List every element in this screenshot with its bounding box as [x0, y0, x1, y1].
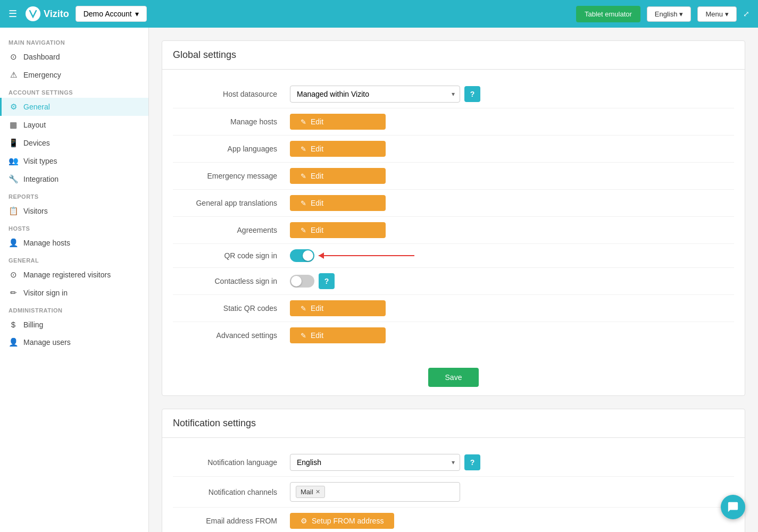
devices-icon: 📱	[9, 138, 18, 148]
mail-tag: Mail ✕	[296, 486, 325, 498]
sidebar-item-label-visitors: Visitors	[23, 207, 48, 215]
sidebar-item-devices[interactable]: 📱Devices	[0, 134, 148, 152]
sidebar-item-general[interactable]: ⚙General	[0, 98, 148, 116]
global-settings-title: Global settings	[162, 41, 745, 70]
form-row-static-qr-codes: Static QR codes✎Edit	[173, 295, 734, 322]
notif-label-email-from: Email address FROM	[173, 517, 290, 525]
form-row-advanced-settings: Advanced settings✎Edit	[173, 322, 734, 349]
global-settings-body: Host datasourceManaged within Vizito▾?Ma…	[162, 70, 745, 359]
label-advanced-settings: Advanced settings	[173, 331, 290, 340]
sidebar-item-billing[interactable]: $Billing	[0, 316, 148, 333]
sidebar-item-manage-hosts[interactable]: 👤Manage hosts	[0, 234, 148, 252]
form-row-manage-hosts: Manage hosts✎Edit	[173, 108, 734, 136]
integration-icon: 🔧	[9, 174, 18, 184]
notif-form-row-email-from: Email address FROM⚙Setup FROM address	[173, 508, 734, 532]
sidebar-item-visitors[interactable]: 📋Visitors	[0, 202, 148, 220]
label-manage-hosts: Manage hosts	[173, 117, 290, 126]
sidebar-item-label-integration: Integration	[23, 175, 59, 183]
manage-users-icon: 👤	[9, 337, 18, 347]
visitor-sign-in-icon: ✏	[9, 288, 18, 298]
sidebar-item-manage-users[interactable]: 👤Manage users	[0, 333, 148, 351]
setup-from-button[interactable]: ⚙Setup FROM address	[290, 513, 394, 529]
demo-account-chevron: ▾	[135, 10, 139, 18]
notification-channels-input[interactable]: Mail ✕	[290, 482, 460, 502]
sidebar-item-label-visit-types: Visit types	[23, 157, 57, 165]
control-emergency-message: ✎Edit	[290, 168, 734, 184]
manage-registered-icon: ⊙	[9, 270, 18, 280]
label-static-qr-codes: Static QR codes	[173, 304, 290, 313]
sidebar-section-hosts: Hosts	[0, 220, 148, 234]
sidebar-item-label-manage-users: Manage users	[23, 338, 71, 347]
form-row-general-app-translations: General app translations✎Edit	[173, 190, 734, 217]
menu-chevron: ▾	[725, 10, 729, 18]
notif-control-notification-language: English▾?	[290, 454, 734, 471]
sidebar-item-label-dashboard: Dashboard	[23, 53, 60, 61]
label-agreements: Agreements	[173, 226, 290, 234]
sidebar-item-integration[interactable]: 🔧Integration	[0, 170, 148, 188]
sidebar-item-layout[interactable]: ▦Layout	[0, 116, 148, 134]
control-advanced-settings: ✎Edit	[290, 327, 734, 343]
topnav: ☰ Vizito Demo Account ▾ Tablet emulator …	[0, 0, 758, 28]
global-save-row: Save	[162, 359, 745, 395]
sidebar-item-dashboard[interactable]: ⊙Dashboard	[0, 48, 148, 66]
notification-settings-title: Notification settings	[162, 409, 745, 438]
global-save-button[interactable]: Save	[428, 368, 479, 387]
control-host-datasource: Managed within Vizito▾?	[290, 86, 734, 103]
notif-form-row-notification-channels: Notification channelsMail ✕	[173, 477, 734, 508]
notif-control-email-from: ⚙Setup FROM address	[290, 513, 734, 529]
label-app-languages: App languages	[173, 145, 290, 153]
mail-tag-close[interactable]: ✕	[315, 488, 320, 495]
sidebar-item-manage-registered[interactable]: ⊙Manage registered visitors	[0, 266, 148, 284]
sidebar-item-label-manage-registered: Manage registered visitors	[23, 271, 111, 279]
layout: Main Navigation⊙Dashboard⚠EmergencyAccou…	[0, 28, 758, 532]
sidebar-item-visitor-sign-in[interactable]: ✏Visitor sign in	[0, 284, 148, 302]
sidebar: Main Navigation⊙Dashboard⚠EmergencyAccou…	[0, 28, 149, 532]
control-general-app-translations: ✎Edit	[290, 195, 734, 211]
sidebar-item-label-billing: Billing	[23, 320, 43, 329]
hamburger-icon[interactable]: ☰	[9, 8, 17, 20]
english-button[interactable]: English ▾	[647, 6, 692, 22]
form-row-contactless-sign-in: Contactless sign in?	[173, 268, 734, 295]
label-general-app-translations: General app translations	[173, 199, 290, 207]
demo-account-label: Demo Account	[84, 10, 132, 18]
select-host-datasource[interactable]: Managed within Vizito	[290, 86, 460, 103]
control-agreements: ✎Edit	[290, 222, 734, 238]
form-row-emergency-message: Emergency message✎Edit	[173, 163, 734, 190]
sidebar-item-label-visitor-sign-in: Visitor sign in	[23, 289, 68, 297]
tablet-emulator-button[interactable]: Tablet emulator	[576, 6, 640, 22]
logo: Vizito	[26, 6, 69, 21]
sidebar-item-label-manage-hosts: Manage hosts	[23, 239, 70, 247]
dashboard-icon: ⊙	[9, 52, 18, 62]
logo-icon	[26, 6, 40, 21]
label-emergency-message: Emergency message	[173, 172, 290, 180]
global-settings-section: Global settings Host datasourceManaged w…	[162, 40, 745, 396]
notif-select-notification-language[interactable]: English	[290, 454, 460, 471]
visitors-icon: 📋	[9, 206, 18, 216]
form-row-app-languages: App languages✎Edit	[173, 136, 734, 163]
sidebar-item-label-layout: Layout	[23, 121, 46, 129]
visit-types-icon: 👥	[9, 156, 18, 166]
demo-account-button[interactable]: Demo Account ▾	[76, 6, 147, 22]
sidebar-section-main-navigation: Main Navigation	[0, 34, 148, 48]
form-row-agreements: Agreements✎Edit	[173, 217, 734, 244]
notif-form-row-notification-language: Notification languageEnglish▾?	[173, 449, 734, 477]
english-label: English	[655, 10, 678, 18]
notification-settings-body: Notification languageEnglish▾?Notificati…	[162, 438, 745, 532]
menu-label: Menu	[705, 10, 723, 18]
sidebar-item-label-general: General	[23, 103, 50, 111]
emergency-icon: ⚠	[9, 70, 18, 80]
sidebar-item-emergency[interactable]: ⚠Emergency	[0, 66, 148, 84]
notification-settings-section: Notification settings Notification langu…	[162, 409, 745, 532]
general-icon: ⚙	[9, 102, 18, 112]
chat-bubble[interactable]	[721, 495, 745, 519]
control-app-languages: ✎Edit	[290, 141, 734, 157]
menu-button[interactable]: Menu ▾	[697, 6, 737, 22]
control-manage-hosts: ✎Edit	[290, 114, 734, 130]
sidebar-section-general: General	[0, 252, 148, 266]
resize-icon[interactable]: ⤢	[743, 10, 749, 18]
sidebar-item-label-devices: Devices	[23, 139, 50, 147]
layout-icon: ▦	[9, 120, 18, 130]
qr-arrow-annotation	[319, 255, 414, 256]
sidebar-section-administration: Administration	[0, 302, 148, 316]
sidebar-item-visit-types[interactable]: 👥Visit types	[0, 152, 148, 170]
